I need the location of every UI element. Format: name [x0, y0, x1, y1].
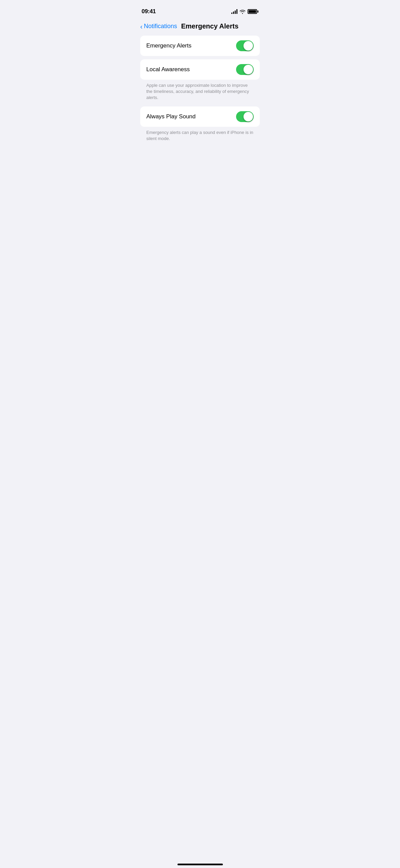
signal-icon: [231, 9, 237, 14]
always-play-sound-label: Always Play Sound: [146, 113, 196, 120]
status-bar: 09:41: [133, 0, 267, 18]
local-awareness-row: Local Awareness: [140, 59, 260, 80]
status-icons: [231, 9, 258, 14]
emergency-alerts-label: Emergency Alerts: [146, 42, 191, 49]
nav-header: ‹ Notifications Emergency Alerts: [133, 18, 267, 36]
local-awareness-section: Local Awareness Apple can use your appro…: [140, 59, 260, 147]
emergency-alerts-section: Emergency Alerts: [140, 36, 260, 56]
back-chevron-icon: ‹: [140, 23, 143, 30]
status-time: 09:41: [142, 8, 156, 15]
emergency-alerts-row: Emergency Alerts: [140, 36, 260, 56]
always-play-sound-group: Always Play Sound: [140, 106, 260, 127]
wifi-icon: [239, 9, 246, 14]
always-play-sound-footer: Emergency alerts can play a sound even i…: [140, 127, 260, 147]
back-label[interactable]: Notifications: [144, 23, 177, 30]
toggle-knob: [244, 65, 253, 74]
back-button[interactable]: ‹ Notifications: [140, 23, 177, 30]
always-play-sound-toggle[interactable]: [236, 111, 254, 122]
emergency-alerts-group: Emergency Alerts: [140, 36, 260, 56]
battery-icon: [248, 9, 258, 14]
emergency-alerts-toggle[interactable]: [236, 40, 254, 51]
local-awareness-toggle[interactable]: [236, 64, 254, 75]
page-title: Emergency Alerts: [181, 22, 238, 30]
toggle-knob: [244, 112, 253, 121]
toggle-knob: [244, 41, 253, 51]
always-play-sound-row: Always Play Sound: [140, 106, 260, 127]
local-awareness-footer: Apple can use your approximate location …: [140, 80, 260, 106]
local-awareness-group: Local Awareness: [140, 59, 260, 80]
settings-content: Emergency Alerts Local Awareness Apple c…: [133, 36, 267, 147]
local-awareness-label: Local Awareness: [146, 66, 190, 73]
